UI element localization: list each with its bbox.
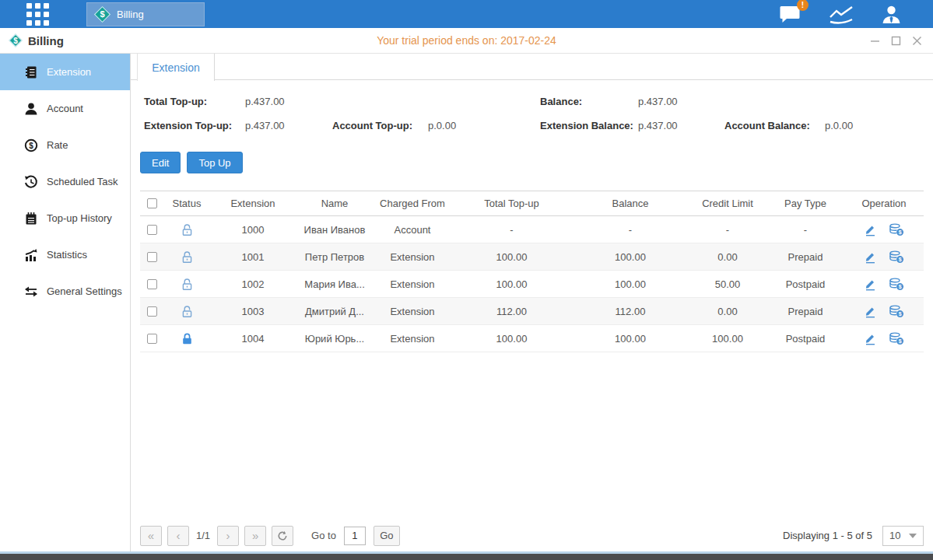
window-title-group: $ Billing: [9, 33, 64, 47]
topbar-tab-label: Billing: [117, 9, 144, 20]
sidebar-item-label: Scheduled Task: [47, 176, 118, 187]
minimize-icon[interactable]: [870, 36, 880, 46]
first-page-button[interactable]: «: [140, 526, 162, 546]
svg-text:$: $: [899, 284, 902, 290]
topbar-billing-tab[interactable]: $ Billing: [86, 2, 205, 26]
app-launcher-icon[interactable]: [26, 3, 51, 26]
general-settings-icon: [24, 285, 38, 299]
edit-row-icon[interactable]: [864, 250, 877, 264]
topup-row-icon[interactable]: $: [889, 305, 904, 318]
table-row: 1000 Иван Иванов Account - - - - $: [140, 216, 924, 243]
window-title: Billing: [28, 34, 64, 47]
table-row: 1002 Мария Ива... Extension 100.00 100.0…: [140, 271, 924, 298]
col-credit-limit: Credit Limit: [689, 198, 766, 209]
svg-text:$: $: [29, 142, 33, 150]
topbar: $ Billing !: [0, 0, 933, 28]
total-topup-cell: 100.00: [451, 251, 572, 263]
total-topup-label: Total Top-up:: [144, 96, 207, 107]
row-checkbox[interactable]: [147, 306, 157, 317]
go-button[interactable]: Go: [374, 526, 400, 546]
notification-badge: !: [797, 0, 808, 11]
row-checkbox[interactable]: [147, 334, 157, 344]
lock-status-icon[interactable]: [181, 305, 194, 318]
billing-app-window: $ Billing !: [0, 0, 933, 560]
window-controls: [870, 36, 922, 46]
billing-diamond-icon: $: [94, 6, 110, 23]
balance-cell: 100.00: [572, 333, 689, 345]
row-checkbox[interactable]: [147, 279, 157, 289]
select-all-checkbox[interactable]: [147, 198, 157, 208]
topup-row-icon[interactable]: $: [889, 332, 904, 345]
rate-icon: $: [24, 138, 38, 152]
lock-status-icon[interactable]: [181, 250, 194, 264]
sidebar-item-extension[interactable]: Extension: [0, 54, 130, 90]
lock-status-icon[interactable]: [181, 278, 194, 291]
charged-from-cell: Extension: [374, 306, 451, 317]
pay-type-cell: Postpaid: [766, 278, 844, 290]
lock-status-icon[interactable]: [181, 223, 194, 236]
edit-button[interactable]: Edit: [140, 152, 181, 173]
tab-extension[interactable]: Extension: [137, 54, 215, 81]
lock-status-icon[interactable]: [181, 332, 194, 345]
extensions-table: Status Extension Name Charged From Total…: [140, 191, 924, 352]
sidebar-item-label: Top-up History: [47, 212, 112, 224]
topbar-right-icons: !: [779, 5, 902, 24]
col-operation: Operation: [844, 198, 924, 209]
row-checkbox[interactable]: [147, 252, 157, 262]
sidebar-item-account[interactable]: Account: [0, 90, 130, 127]
chat-icon[interactable]: !: [779, 5, 801, 23]
topup-row-icon[interactable]: $: [889, 278, 904, 291]
balance-cell: 100.00: [572, 251, 689, 263]
prev-page-button[interactable]: ‹: [167, 526, 189, 546]
sidebar-item-label: Account: [47, 103, 83, 114]
sidebar-item-scheduled-task[interactable]: Scheduled Task: [0, 163, 130, 200]
sidebar-item-label: Extension: [47, 66, 91, 78]
pay-type-cell: Postpaid: [766, 333, 844, 345]
sidebar-item-statistics[interactable]: Statistics: [0, 236, 130, 273]
col-balance: Balance: [572, 198, 689, 209]
row-checkbox[interactable]: [147, 225, 157, 235]
pagination-bar: « ‹ 1/1 › » Go to Go Displaying 1 - 5 of…: [140, 525, 924, 546]
refresh-button[interactable]: [272, 526, 293, 546]
account-icon: [24, 102, 38, 116]
topup-row-icon[interactable]: $: [889, 223, 904, 236]
user-icon[interactable]: [881, 5, 902, 24]
displaying-info: Displaying 1 - 5 of 5: [783, 530, 872, 541]
sidebar-item-general-settings[interactable]: General Settings: [0, 273, 130, 310]
total-topup-cell: 100.00: [451, 278, 572, 290]
top-up-button[interactable]: Top Up: [187, 152, 242, 173]
extension-topup-value: p.437.00: [245, 120, 285, 131]
table-body: 1000 Иван Иванов Account - - - - $: [140, 216, 924, 352]
trial-notice: Your trial period ends on: 2017-02-24: [377, 34, 556, 47]
sidebar-item-topup-history[interactable]: Top-up History: [0, 200, 130, 236]
balance-cell: -: [572, 224, 689, 236]
balance-summary: Total Top-up: p.437.00 Balance: p.437.00…: [140, 91, 924, 139]
svg-text:$: $: [899, 311, 902, 317]
last-page-button[interactable]: »: [244, 526, 266, 546]
edit-row-icon[interactable]: [864, 332, 877, 345]
close-icon[interactable]: [912, 36, 922, 46]
balance-value: p.437.00: [638, 96, 678, 107]
edit-row-icon[interactable]: [864, 305, 877, 318]
topup-history-icon: [24, 212, 38, 226]
next-page-button[interactable]: ›: [217, 526, 239, 546]
balance-cell: 112.00: [572, 306, 689, 317]
page-size-value: 10: [889, 530, 900, 541]
pay-type-cell: Prepaid: [766, 251, 844, 263]
maximize-icon[interactable]: [891, 36, 901, 46]
sidebar-item-label: Statistics: [47, 249, 87, 261]
sidebar-item-label: General Settings: [47, 285, 122, 297]
titlebar: $ Billing Your trial period ends on: 201…: [0, 28, 933, 54]
sidebar-item-rate[interactable]: $ Rate: [0, 127, 130, 163]
page-size-select[interactable]: 10: [882, 526, 924, 546]
edit-row-icon[interactable]: [864, 223, 877, 236]
credit-limit-cell: -: [689, 224, 766, 236]
pay-type-cell: -: [766, 224, 844, 236]
goto-page-input[interactable]: [344, 527, 366, 545]
table-row: 1004 Юрий Юрь... Extension 100.00 100.00…: [140, 325, 924, 352]
extension-cell: 1000: [210, 224, 296, 236]
topup-row-icon[interactable]: $: [889, 250, 904, 264]
sidebar: Extension Account $ Rate: [0, 54, 131, 551]
edit-row-icon[interactable]: [864, 278, 877, 291]
statistics-chart-icon[interactable]: [828, 5, 854, 24]
